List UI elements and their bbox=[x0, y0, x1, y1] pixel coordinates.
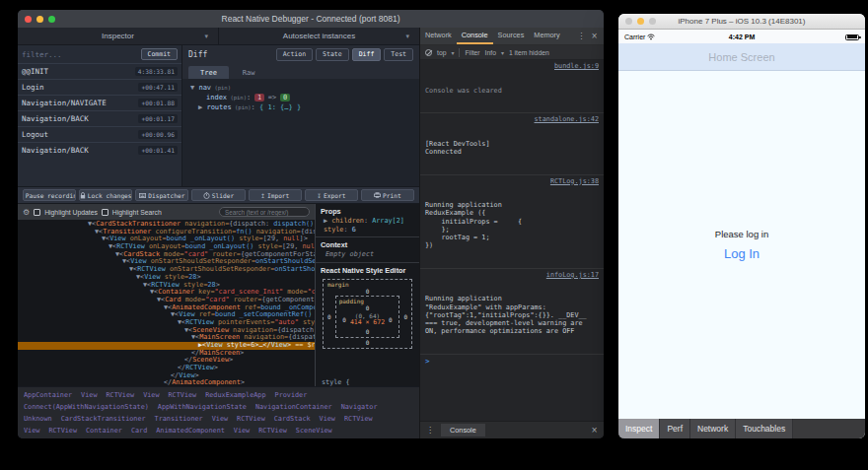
padding-left-value[interactable]: 0 bbox=[342, 316, 346, 323]
element-tree-row[interactable]: ▼<AnimatedComponent ref=bound _onCompone… bbox=[18, 304, 315, 312]
print-button[interactable]: Print bbox=[361, 189, 414, 201]
breadcrumb-row[interactable]: AppContainerViewRCTViewViewRCTViewReduxE… bbox=[24, 389, 413, 401]
breadcrumb-row[interactable]: Connect(AppWithNavigationState)AppWithNa… bbox=[24, 401, 413, 413]
devtools-tab[interactable]: Console bbox=[457, 28, 493, 44]
diff-view-tab[interactable]: Raw bbox=[231, 66, 267, 79]
devtools-tab[interactable]: Network bbox=[420, 28, 457, 44]
element-tree-row[interactable]: ▼<RCTView pointerEvents="auto" style={ba… bbox=[18, 319, 315, 327]
prop-row[interactable]: ▶ children: Array[2] bbox=[316, 217, 419, 226]
source-link[interactable]: bundle.js:9 bbox=[554, 62, 599, 70]
log-level-selector[interactable]: Info bbox=[485, 49, 496, 56]
diff-tree-row[interactable]: ▶ routes (pin): { 1: {…} } bbox=[182, 102, 419, 112]
slider-button[interactable]: Slider bbox=[191, 189, 245, 201]
element-tree-row[interactable]: ▼<View onStartShouldSetResponder=onStart… bbox=[18, 258, 315, 266]
dispatcher-button[interactable]: Dispatcher bbox=[135, 189, 188, 201]
overflow-menu-icon[interactable]: ⋮ bbox=[426, 426, 434, 435]
export-button[interactable]: ↧ Export bbox=[305, 189, 358, 201]
drawer-console-tab[interactable]: Console bbox=[441, 424, 485, 436]
padding-right-value[interactable]: 0 bbox=[389, 316, 393, 323]
lock-changes-button[interactable]: Lock changes bbox=[79, 189, 132, 201]
highlight-updates-checkbox[interactable] bbox=[34, 209, 40, 216]
close-icon[interactable]: × bbox=[591, 426, 598, 435]
padding-bottom-value[interactable]: 0 bbox=[339, 328, 397, 335]
diff-mode-button[interactable]: State bbox=[316, 48, 349, 61]
close-window-button[interactable] bbox=[25, 16, 32, 23]
action-list-item[interactable]: Navigation/BACK +00:01.41 bbox=[18, 142, 181, 158]
action-timestamp: +00:00.96 bbox=[138, 130, 178, 139]
breadcrumb-row[interactable]: ViewRCTViewContainerCardAnimatedComponen… bbox=[24, 425, 413, 436]
element-tree-row[interactable]: </MainScreen> bbox=[18, 350, 315, 358]
overflow-menu-icon[interactable]: ⋮ bbox=[577, 32, 585, 40]
close-window-button[interactable] bbox=[625, 18, 632, 25]
inspector-selector[interactable]: Inspector ▾ bbox=[18, 28, 218, 44]
simulator-titlebar: iPhone 7 Plus – iOS 10.3 (14E8301) bbox=[618, 14, 865, 30]
console-prompt[interactable]: > bbox=[420, 355, 604, 368]
log-in-button[interactable]: Log In bbox=[724, 246, 760, 261]
margin-bottom-value[interactable]: 0 bbox=[327, 339, 407, 346]
breadcrumb-row[interactable]: UnknownCardStackTransitionerTransitioner… bbox=[24, 413, 413, 425]
import-button[interactable]: ↥ Import bbox=[249, 189, 302, 201]
context-selector[interactable]: top bbox=[437, 49, 446, 56]
zoom-window-button[interactable] bbox=[48, 16, 55, 23]
action-list-item[interactable]: Navigation/NAVIGATE +00:01.88 bbox=[18, 95, 181, 110]
window-title: React Native Debugger - Connected (port … bbox=[18, 14, 604, 24]
margin-right-value[interactable]: 0 bbox=[403, 313, 407, 320]
action-list-item[interactable]: Login +00:47.11 bbox=[18, 79, 181, 95]
element-tree-row[interactable]: ▼<Card mode="card" router={getComponentF… bbox=[18, 297, 315, 304]
element-search-input[interactable] bbox=[219, 207, 310, 217]
element-tree-row[interactable]: ▶<View style=6>…</View> == $r bbox=[18, 342, 315, 350]
diff-view-tab[interactable]: Tree bbox=[188, 66, 229, 79]
dev-menu-tab[interactable]: Inspect bbox=[618, 419, 660, 438]
element-tree-row[interactable]: ▼<View ref=bound _setComponentRef() poin… bbox=[18, 311, 315, 319]
gear-icon[interactable]: ⚙ bbox=[23, 208, 30, 217]
padding-top-value[interactable]: 0 bbox=[339, 304, 397, 311]
source-link[interactable]: infoLog.js:17 bbox=[546, 271, 599, 279]
clear-console-icon[interactable] bbox=[425, 49, 432, 56]
source-link[interactable]: RCTLog.js:38 bbox=[550, 177, 599, 185]
element-tree-row[interactable]: ▼<CardStackTransitioner navigation={disp… bbox=[18, 221, 315, 229]
highlight-search-checkbox[interactable] bbox=[102, 209, 108, 216]
element-tree-row[interactable]: </SceneView> bbox=[18, 357, 315, 365]
close-icon[interactable]: × bbox=[591, 32, 598, 40]
devtools-tab[interactable]: Memory bbox=[529, 28, 564, 44]
margin-label: margin bbox=[327, 281, 407, 288]
diff-tree-row[interactable]: index (pin): 1 => 0 bbox=[182, 93, 419, 102]
console-filter-input[interactable]: Filter bbox=[465, 49, 479, 56]
commit-button[interactable]: Commit bbox=[141, 48, 178, 60]
action-list-item[interactable]: Logout +00:00.96 bbox=[18, 126, 181, 142]
margin-top-value[interactable]: 0 bbox=[327, 288, 407, 295]
element-tree-row[interactable]: ▼<MainScreen navigation={dispatch: dispa… bbox=[18, 334, 315, 342]
margin-left-value[interactable]: 0 bbox=[327, 313, 331, 320]
action-list-item[interactable]: Navigation/BACK +00:01.17 bbox=[18, 110, 181, 126]
element-tree-row[interactable]: ▼<RCTView onStartShouldSetResponder=onSt… bbox=[18, 266, 315, 274]
diff-mode-button[interactable]: Action bbox=[276, 48, 313, 61]
action-filter-input[interactable] bbox=[22, 50, 137, 59]
zoom-window-button[interactable] bbox=[649, 18, 656, 25]
element-tree-row[interactable]: ▼<Container key="card_scene_Init" mode="… bbox=[18, 289, 315, 297]
dev-menu-tab[interactable]: Touchables bbox=[736, 419, 793, 438]
element-tree-row[interactable]: </View> bbox=[18, 372, 315, 380]
autoselect-instances-selector[interactable]: Autoselect instances ▾ bbox=[218, 28, 419, 44]
style-rule-line[interactable]: style { bbox=[322, 378, 413, 386]
element-tree-row[interactable]: ▼<RCTView onLayout=bound _onLayout() sty… bbox=[18, 243, 315, 251]
element-tree-row[interactable]: ▼<View onLayout=bound _onLayout() style=… bbox=[18, 235, 315, 243]
dev-menu-tab[interactable]: Network bbox=[690, 419, 736, 438]
diff-mode-button[interactable]: Diff bbox=[352, 48, 382, 61]
action-list-item[interactable]: @@INIT 4:38:33.81 bbox=[18, 63, 181, 79]
diff-mode-button[interactable]: Test bbox=[384, 48, 413, 61]
element-tree-row[interactable]: ▼<View style=28> bbox=[18, 274, 315, 282]
devtools-tab[interactable]: Sources bbox=[493, 28, 530, 44]
element-tree-row[interactable]: ▼<RCTView style=28> bbox=[18, 282, 315, 290]
source-link[interactable]: standalone.js:42 bbox=[535, 115, 599, 123]
diff-tree-row[interactable]: ▼ nav (pin) bbox=[182, 83, 419, 93]
minimize-window-button[interactable] bbox=[637, 18, 644, 25]
pause-recording-button[interactable]: ● Pause recording bbox=[23, 189, 76, 201]
element-tree-row[interactable]: ▼<CardStack mode="card" router={getCompo… bbox=[18, 251, 315, 259]
element-tree-row[interactable]: ▼<SceneView navigation={dispatch: dispat… bbox=[18, 327, 315, 335]
dev-menu-tab[interactable]: Perf bbox=[660, 419, 690, 438]
diff-panel-title: Diff bbox=[188, 50, 273, 59]
element-tree-row[interactable]: </RCTView> bbox=[18, 365, 315, 372]
prop-row[interactable]: style: 6 bbox=[316, 226, 419, 235]
minimize-window-button[interactable] bbox=[36, 16, 43, 23]
element-tree-row[interactable]: ▼<Transitioner configureTransition=fn() … bbox=[18, 229, 315, 236]
